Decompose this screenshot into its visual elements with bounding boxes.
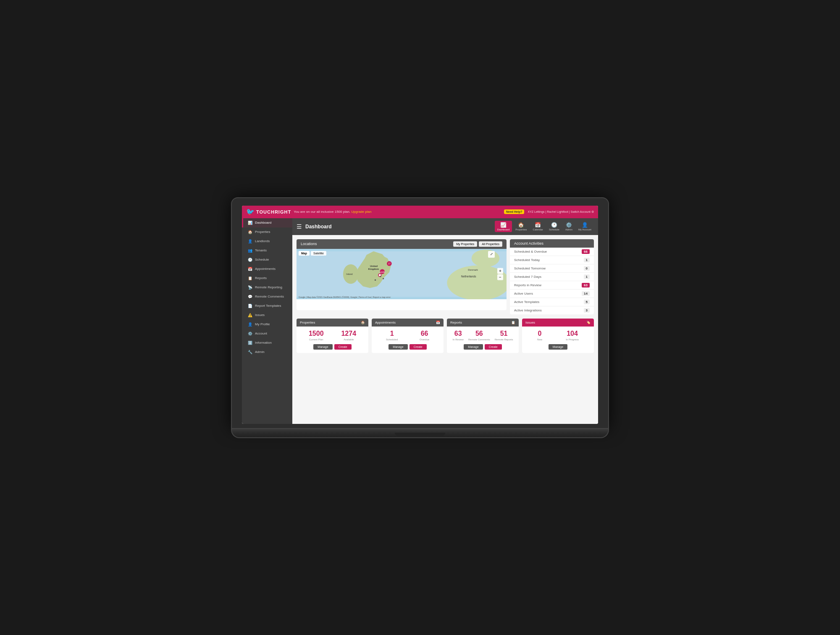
hamburger-button[interactable]: ☰: [297, 223, 302, 230]
sidebar-item-information[interactable]: ℹ️ Information: [242, 338, 292, 348]
sidebar-item-admin[interactable]: 🔧 Admin: [242, 348, 292, 357]
my-properties-button[interactable]: My Properties: [453, 241, 477, 247]
map-attribution: Google | Map data ©2021 GeoBasis-DE/BKG …: [299, 296, 391, 298]
upgrade-link[interactable]: Upgrade plan: [351, 210, 371, 214]
all-properties-button[interactable]: All Properties: [479, 241, 502, 247]
sidebar-item-tenants[interactable]: 👥 Tenants: [242, 246, 292, 255]
activity-value: 14: [582, 291, 590, 296]
svg-point-10: [375, 279, 376, 280]
sidebar-item-label: Tenants: [255, 248, 267, 252]
issues-in-progress-label: In Progress: [566, 338, 579, 341]
appointments-overdue-label: Overdue: [420, 338, 429, 341]
top-bar-right: Need Help? XYZ Lettings | Rachel Lightfo…: [504, 209, 594, 214]
my-profile-icon: 👤: [247, 322, 252, 327]
sidebar-item-dashboard[interactable]: 📊 Dashboard: [242, 218, 292, 227]
reports-remote-reports-label: Remote Reports: [495, 338, 513, 341]
sidebar-item-reports[interactable]: 📋 Reports: [242, 274, 292, 283]
map-expand-button[interactable]: ⤢: [488, 251, 495, 258]
sidebar-item-label: Properties: [255, 230, 270, 234]
properties-current-plan-stat: 1500 Current Plan: [309, 330, 324, 341]
admin-icon: 🔧: [247, 350, 252, 354]
sidebar: 📊 Dashboard 🏠 Properties 👤 Landlords 👥 T…: [242, 218, 292, 424]
properties-create-button[interactable]: Create: [334, 344, 352, 350]
svg-text:Leeds: Leeds: [379, 270, 385, 273]
sidebar-item-label: Reports: [255, 276, 267, 280]
activity-value: 5: [584, 300, 590, 304]
activity-active-users: Active Users 14: [510, 290, 594, 298]
laptop-notch: [395, 433, 445, 436]
issues-new-stat: 0 New: [537, 330, 542, 341]
issues-in-progress-value: 104: [566, 330, 579, 337]
sidebar-item-landlords[interactable]: 👤 Landlords: [242, 237, 292, 246]
reports-actions: Manage Create: [450, 344, 515, 350]
information-icon: ℹ️: [247, 341, 252, 345]
properties-card-header: Properties 🏠: [297, 319, 368, 327]
activity-value: 0: [584, 266, 590, 271]
sidebar-item-appointments[interactable]: 📅 Appointments: [242, 264, 292, 274]
sidebar-item-report-templates[interactable]: 📄 Report Templates: [242, 301, 292, 311]
nav-properties-icon: 🏠: [518, 222, 524, 228]
map-controls: Map Satellite: [299, 251, 326, 256]
sidebar-item-label: Account: [255, 332, 267, 335]
properties-available-label: Available: [341, 338, 356, 341]
sidebar-item-remote-comments[interactable]: 💬 Remote Comments: [242, 292, 292, 301]
properties-actions: Manage Create: [300, 344, 365, 350]
screen: 🐦 TOUCHRIGHT You are on our all inclusiv…: [242, 206, 598, 424]
nav-dashboard-button[interactable]: 📈 Dashboard: [495, 221, 512, 232]
reports-card: Reports 📋 63 In Review: [447, 319, 519, 353]
reports-manage-button[interactable]: Manage: [464, 344, 483, 350]
activity-value: 1: [584, 274, 590, 279]
appointments-scheduled-label: Scheduled: [386, 338, 398, 341]
sidebar-item-my-profile[interactable]: 👤 My Profile: [242, 320, 292, 329]
bottom-grid: Properties 🏠 1500 Current Plan: [297, 319, 594, 353]
logo-icon: 🐦: [246, 208, 255, 216]
issues-stats: 0 New 104 In Progress: [525, 330, 591, 341]
appointments-card-icon: 📅: [436, 321, 440, 324]
nav-admin-button[interactable]: ⚙️ Admin: [563, 221, 575, 232]
sidebar-item-schedule[interactable]: 🕐 Schedule: [242, 255, 292, 264]
need-help-button[interactable]: Need Help?: [504, 209, 525, 214]
nav-calendar-button[interactable]: 📅 Calendar: [530, 221, 546, 232]
zoom-out-button[interactable]: −: [497, 274, 503, 280]
nav-bar: ☰ Dashboard 📈 Dashboard 🏠 Properties: [292, 218, 598, 235]
appointments-create-button[interactable]: Create: [410, 344, 427, 350]
map-tab[interactable]: Map: [299, 251, 310, 256]
sidebar-item-label: Admin: [255, 350, 265, 354]
activity-label: Scheduled 7 Days: [514, 275, 541, 279]
sidebar-item-account[interactable]: ⚙️ Account: [242, 329, 292, 338]
properties-card-title: Properties: [300, 321, 315, 324]
zoom-in-button[interactable]: +: [497, 268, 503, 274]
nav-properties-button[interactable]: 🏠 Properties: [513, 221, 529, 232]
nav-account-button[interactable]: 👤 My Account: [576, 221, 594, 232]
svg-text:United: United: [370, 265, 378, 267]
map-svg: United Kingdom Ireland Netherlands Denma…: [297, 249, 507, 299]
nav-account-icon: 👤: [582, 222, 588, 228]
sidebar-item-label: Issues: [255, 313, 265, 317]
locations-title: Locations: [301, 242, 317, 246]
nav-dashboard-label: Dashboard: [497, 228, 509, 231]
properties-available-value: 1274: [341, 330, 356, 337]
issues-new-label: New: [537, 338, 542, 341]
appointments-icon: 📅: [247, 267, 252, 271]
activity-label: Scheduled & Overdue: [514, 250, 547, 253]
issues-manage-button[interactable]: Manage: [549, 344, 567, 350]
sidebar-item-remote-reporting[interactable]: 📡 Remote Reporting: [242, 283, 292, 292]
account-activities-header: Account Activities: [510, 239, 594, 248]
account-activities-section: Account Activities Scheduled & Overdue 6…: [510, 239, 594, 314]
satellite-tab[interactable]: Satellite: [311, 251, 326, 256]
reports-create-button[interactable]: Create: [485, 344, 502, 350]
sidebar-item-issues[interactable]: ⚠️ Issues: [242, 311, 292, 320]
sidebar-item-properties[interactable]: 🏠 Properties: [242, 227, 292, 237]
nav-schedule-button[interactable]: 🕐 Schedule: [546, 221, 562, 232]
nav-calendar-icon: 📅: [535, 222, 541, 228]
properties-card-icon: 🏠: [361, 321, 365, 324]
properties-manage-button[interactable]: Manage: [313, 344, 332, 350]
activity-reports-review: Reports in Review 63: [510, 281, 594, 290]
appointments-actions: Manage Create: [375, 344, 440, 350]
locations-section: Locations My Properties All Properties: [297, 239, 507, 310]
properties-current-plan-label: Current Plan: [309, 338, 324, 341]
appointments-manage-button[interactable]: Manage: [388, 344, 407, 350]
activity-value: 3: [584, 308, 590, 313]
report-templates-icon: 📄: [247, 304, 252, 308]
appointments-card-body: 1 Scheduled 66 Overdue: [372, 327, 444, 353]
